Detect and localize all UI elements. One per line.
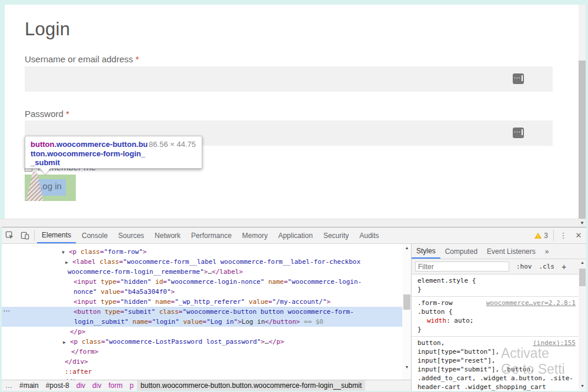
code-token: > (327, 298, 331, 306)
breadcrumb-item[interactable]: … (2, 380, 16, 391)
devtools-tab-sources[interactable]: Sources (113, 227, 149, 243)
devtools-close-icon[interactable]: ✕ (571, 227, 586, 243)
device-toolbar-icon[interactable] (17, 227, 32, 243)
overlay-gutter-dots-icon[interactable]: ⋯ (3, 307, 10, 317)
dom-tree-line-selected[interactable]: <button type="submit" class="woocommerce… (2, 307, 402, 317)
rule-closing-brace: } (412, 325, 579, 334)
stylesheet-link[interactable]: woocommerce…ver=2.2.8:1 (486, 299, 576, 307)
inspect-element-icon[interactable] (2, 227, 17, 243)
input-autofill-icon[interactable]: ··· (513, 73, 524, 84)
rule-selector-line[interactable]: .button { (412, 307, 579, 316)
css-property[interactable]: width: auto; (412, 316, 579, 325)
page-horizontal-scrollbar[interactable]: ▼ (0, 219, 586, 227)
required-asterisk: * (135, 54, 139, 64)
scroll-down-icon[interactable]: ▼ (402, 365, 412, 369)
scroll-down-icon[interactable]: ▼ (579, 384, 586, 388)
code-token: … (265, 338, 269, 346)
styles-tab-computed[interactable]: Computed (440, 244, 482, 259)
stylesheet-link[interactable]: (index):155 (533, 339, 576, 347)
warnings-button[interactable]: ! 3 (531, 227, 552, 243)
devtools-tab-console[interactable]: Console (77, 227, 112, 243)
page-vertical-scrollbar-thumb[interactable] (579, 61, 586, 219)
styles-tab-styles[interactable]: Styles (412, 244, 440, 259)
styles-scrollbar-thumb[interactable] (579, 269, 586, 286)
devtools-tab-strip: ElementsConsoleSourcesNetworkPerformance… (36, 227, 385, 243)
styles-filter-input[interactable] (415, 262, 509, 272)
breadcrumb-item[interactable]: #main (16, 380, 42, 391)
expand-arrow-icon[interactable]: ▼ (62, 247, 69, 257)
styles-filter-row: :hov .cls + (412, 259, 586, 274)
input-autofill-icon[interactable]: ··· (513, 128, 524, 138)
rule-selector-line[interactable]: element.style { (412, 276, 579, 285)
password-label: Password * (25, 109, 69, 119)
code-token: > (143, 248, 147, 256)
devtools-menu-icon[interactable]: ⋮ (556, 227, 571, 243)
devtools-tab-security[interactable]: Security (319, 227, 353, 243)
dom-tree-line[interactable]: ▶<p class="woocommerce-LostPassword lost… (2, 337, 402, 347)
breadcrumb-item[interactable]: #post-8 (42, 380, 73, 391)
scroll-down-icon[interactable]: ▼ (580, 220, 584, 226)
code-token: "submit" (124, 308, 155, 316)
page-vertical-scrollbar[interactable] (579, 5, 586, 219)
dom-tree-line-selected[interactable]: login__submit" name="login" value="Log i… (2, 317, 402, 327)
breadcrumb-item[interactable]: div (73, 380, 89, 391)
css-property-name: width (427, 317, 446, 324)
page-title: Login (25, 19, 70, 40)
dom-tree-line[interactable]: </div> (2, 357, 402, 367)
code-token: nonce" (74, 288, 97, 296)
breadcrumb-item[interactable]: p (126, 380, 137, 391)
new-style-rule-button[interactable]: + (562, 262, 566, 272)
code-token: </p> (70, 328, 86, 336)
devtools-tab-elements[interactable]: Elements (37, 227, 76, 243)
rule-selector-line[interactable]: input[type="reset"], (412, 356, 579, 365)
scroll-up-icon[interactable]: ▲ (579, 260, 586, 264)
rule-selector-line[interactable]: .added_to_cart, .widget a.button, .site- (412, 374, 579, 383)
devtools-tab-audits[interactable]: Audits (355, 227, 383, 243)
devtools-tab-performance[interactable]: Performance (186, 227, 236, 243)
elements-panel: ▼<p class="form-row">▶<label class="wooc… (2, 244, 412, 380)
code-token: type (101, 298, 116, 306)
dom-tree-line[interactable]: nonce" value="b4a5a304f0"> (2, 287, 402, 297)
scroll-up-icon[interactable]: ▲ (402, 246, 412, 250)
dom-tree-line[interactable]: </form> (2, 347, 402, 357)
breadcrumb-item-selected[interactable]: button.woocommerce-button.button.woocomm… (137, 380, 365, 391)
code-token: "_wp_http_referer" (175, 298, 245, 306)
dom-tree-line[interactable]: <input type="hidden" id="woocommerce-log… (2, 277, 402, 287)
elements-scrollbar-thumb[interactable] (403, 294, 410, 310)
dom-tree-line[interactable]: ▼<p class="form-row"> (2, 247, 402, 257)
dom-tree-line[interactable]: <input type="hidden" name="_wp_http_refe… (2, 297, 402, 307)
toggle-hover-state-button[interactable]: :hov (516, 263, 532, 270)
dom-tree-line[interactable]: ▶<label class="woocommerce-form__label w… (2, 257, 402, 267)
code-token: = (100, 248, 104, 256)
devtools-tab-network[interactable]: Network (150, 227, 185, 243)
username-input[interactable] (25, 66, 553, 92)
dom-tree-line[interactable]: ::after (2, 367, 402, 377)
dom-tree-line[interactable]: </p> (2, 327, 402, 337)
warning-count: 3 (544, 232, 548, 240)
styles-tab-event-listeners[interactable]: Event Listeners (482, 244, 540, 259)
code-token: </button> (265, 318, 300, 326)
rule-selector-line[interactable]: input[type="submit"], .button, (412, 365, 579, 374)
styles-tab-»[interactable]: » (540, 244, 554, 259)
code-token: type (105, 308, 121, 316)
elements-scrollbar[interactable]: ▲ ▼ (402, 244, 412, 380)
styles-scrollbar[interactable]: ▲ ▼ (579, 259, 586, 390)
warning-icon: ! (534, 233, 542, 239)
expand-arrow-icon[interactable]: ▶ (65, 257, 72, 267)
toggle-class-button[interactable]: .cls (539, 263, 555, 270)
rule-selector-line[interactable]: input[type="button"], (412, 347, 579, 356)
elements-breadcrumb-bar: …#main#post-8divdivformpbutton.woocommer… (2, 380, 412, 391)
code-token: value (245, 298, 268, 306)
code-token: login__submit" (74, 318, 129, 326)
code-token: = (101, 338, 105, 346)
code-token: </div> (65, 358, 88, 366)
devtools-tab-memory[interactable]: Memory (238, 227, 272, 243)
devtools-tab-application[interactable]: Application (273, 227, 318, 243)
style-rule: (index):155button,input[type="button"],i… (412, 337, 579, 391)
expand-arrow-icon[interactable]: ▶ (63, 337, 70, 347)
code-token: "form-row" (104, 248, 143, 256)
breadcrumb-item[interactable]: div (89, 380, 105, 391)
rule-selector-line[interactable]: header-cart .widget_shopping_cart (412, 383, 579, 391)
dom-tree-line[interactable]: woocommerce-form-login__rememberme">…</l… (2, 267, 402, 277)
breadcrumb-item[interactable]: form (105, 380, 126, 391)
